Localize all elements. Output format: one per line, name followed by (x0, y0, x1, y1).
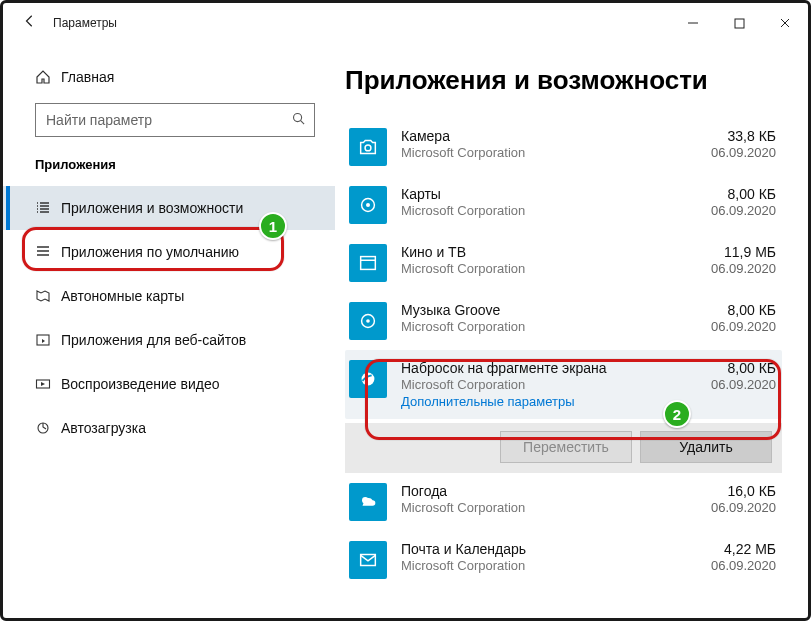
app-name: Набросок на фрагменте экрана (401, 360, 680, 376)
music-icon (349, 302, 387, 340)
titlebar: Параметры (3, 3, 808, 43)
map-icon (35, 288, 61, 304)
window-controls (670, 3, 808, 43)
sidebar: Главная Найти параметр Приложения Прилож… (3, 43, 335, 618)
app-size: 8,00 КБ (690, 302, 776, 318)
movies-icon (349, 244, 387, 282)
video-icon (35, 376, 61, 392)
app-item-movies[interactable]: Кино и ТВ Microsoft Corporation 11,9 МБ … (345, 234, 782, 292)
uninstall-button[interactable]: Удалить (640, 431, 772, 463)
sidebar-nav: Приложения и возможности Приложения по у… (3, 186, 335, 450)
sidebar-item-label: Автономные карты (61, 288, 184, 304)
app-date: 06.09.2020 (690, 319, 776, 334)
app-item-camera[interactable]: Камера Microsoft Corporation 33,8 КБ 06.… (345, 118, 782, 176)
page-title: Приложения и возможности (345, 65, 782, 96)
app-item-weather[interactable]: Погода Microsoft Corporation 16,0 КБ 06.… (345, 473, 782, 531)
weather-icon (349, 483, 387, 521)
app-size: 4,22 МБ (690, 541, 776, 557)
app-date: 06.09.2020 (690, 558, 776, 573)
move-button[interactable]: Переместить (500, 431, 632, 463)
back-button[interactable] (11, 14, 49, 32)
svg-rect-0 (735, 19, 744, 28)
app-name: Почта и Календарь (401, 541, 680, 557)
app-publisher: Microsoft Corporation (401, 145, 680, 160)
app-publisher: Microsoft Corporation (401, 558, 680, 573)
maximize-button[interactable] (716, 3, 762, 43)
sidebar-item-label: Воспроизведение видео (61, 376, 219, 392)
camera-icon (349, 128, 387, 166)
app-name: Кино и ТВ (401, 244, 680, 260)
sidebar-item-apps-features[interactable]: Приложения и возможности (3, 186, 335, 230)
maps-icon (349, 186, 387, 224)
website-icon (35, 332, 61, 348)
app-date: 06.09.2020 (690, 145, 776, 160)
sidebar-item-websites-apps[interactable]: Приложения для веб-сайтов (3, 318, 335, 362)
svg-rect-8 (361, 257, 376, 270)
mail-icon (349, 541, 387, 579)
sidebar-item-default-apps[interactable]: Приложения по умолчанию (3, 230, 335, 274)
app-size: 33,8 КБ (690, 128, 776, 144)
app-publisher: Microsoft Corporation (401, 203, 680, 218)
app-date: 06.09.2020 (690, 203, 776, 218)
home-nav[interactable]: Главная (3, 55, 335, 99)
settings-window: Параметры Главная Найти параметр (0, 0, 811, 621)
app-name: Карты (401, 186, 680, 202)
home-icon (35, 69, 61, 85)
app-action-row: Переместить Удалить (345, 423, 782, 473)
app-name: Музыка Groove (401, 302, 680, 318)
app-item-snip[interactable]: Набросок на фрагменте экрана Microsoft C… (345, 350, 782, 419)
startup-icon (35, 420, 61, 436)
svg-point-1 (294, 114, 302, 122)
advanced-options-link[interactable]: Дополнительные параметры (401, 394, 680, 409)
sidebar-section-label: Приложения (3, 155, 335, 186)
search-input[interactable]: Найти параметр (35, 103, 315, 137)
app-size: 11,9 МБ (690, 244, 776, 260)
list-icon (35, 200, 61, 216)
app-name: Камера (401, 128, 680, 144)
window-title: Параметры (49, 16, 670, 30)
app-publisher: Microsoft Corporation (401, 377, 680, 392)
sidebar-item-label: Приложения по умолчанию (61, 244, 239, 260)
app-size: 16,0 КБ (690, 483, 776, 499)
app-publisher: Microsoft Corporation (401, 261, 680, 276)
app-item-maps[interactable]: Карты Microsoft Corporation 8,00 КБ 06.0… (345, 176, 782, 234)
sidebar-item-label: Приложения и возможности (61, 200, 243, 216)
app-item-groove[interactable]: Музыка Groove Microsoft Corporation 8,00… (345, 292, 782, 350)
sidebar-item-label: Приложения для веб-сайтов (61, 332, 246, 348)
svg-point-10 (366, 319, 370, 323)
defaults-icon (35, 244, 61, 260)
app-publisher: Microsoft Corporation (401, 319, 680, 334)
svg-point-5 (365, 145, 371, 151)
minimize-button[interactable] (670, 3, 716, 43)
sidebar-item-label: Автозагрузка (61, 420, 146, 436)
app-size: 8,00 КБ (690, 186, 776, 202)
app-size: 8,00 КБ (690, 360, 776, 376)
app-item-mail[interactable]: Почта и Календарь Microsoft Corporation … (345, 531, 782, 589)
app-publisher: Microsoft Corporation (401, 500, 680, 515)
app-name: Погода (401, 483, 680, 499)
app-date: 06.09.2020 (690, 261, 776, 276)
sidebar-item-video-playback[interactable]: Воспроизведение видео (3, 362, 335, 406)
app-date: 06.09.2020 (690, 500, 776, 515)
main-panel: Приложения и возможности Камера Microsof… (335, 43, 808, 618)
snip-icon (349, 360, 387, 398)
app-list: Камера Microsoft Corporation 33,8 КБ 06.… (345, 118, 782, 589)
home-label: Главная (61, 69, 114, 85)
search-icon (291, 111, 306, 129)
app-date: 06.09.2020 (690, 377, 776, 392)
sidebar-item-startup[interactable]: Автозагрузка (3, 406, 335, 450)
sidebar-item-offline-maps[interactable]: Автономные карты (3, 274, 335, 318)
close-button[interactable] (762, 3, 808, 43)
svg-point-7 (366, 203, 370, 207)
search-placeholder: Найти параметр (46, 112, 291, 128)
